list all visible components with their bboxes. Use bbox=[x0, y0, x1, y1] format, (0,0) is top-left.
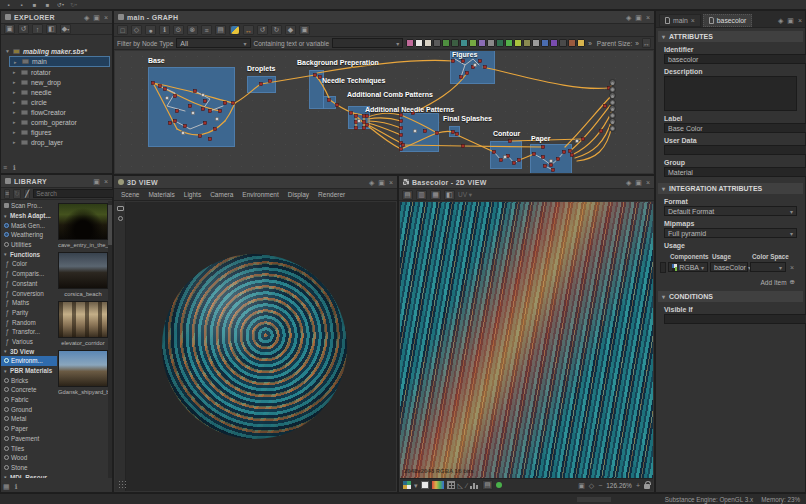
tree-item-comb-operator[interactable]: ▸ comb_operator bbox=[9, 117, 110, 127]
tools-icon[interactable]: ◆ bbox=[285, 25, 296, 35]
sync-icon[interactable]: ↺ bbox=[18, 24, 29, 34]
node-color-swatch[interactable] bbox=[415, 39, 423, 47]
node-color-swatch[interactable] bbox=[451, 39, 459, 47]
pan-icon[interactable]: ◇ bbox=[589, 482, 594, 489]
save-icon[interactable]: ▣ bbox=[4, 24, 15, 34]
node-color-swatch[interactable] bbox=[487, 39, 495, 47]
light-icon[interactable] bbox=[118, 216, 123, 221]
uv-mode-select[interactable]: UV ▾ bbox=[458, 191, 472, 199]
rotate-ccw-icon[interactable]: ↺ bbox=[257, 25, 268, 35]
node-color-swatch[interactable] bbox=[478, 39, 486, 47]
node-type-select[interactable]: All▾ bbox=[176, 38, 250, 48]
info-icon[interactable]: ℹ bbox=[159, 25, 170, 35]
node-color-swatch[interactable] bbox=[568, 39, 576, 47]
close-icon[interactable]: × bbox=[104, 178, 108, 185]
category-utilities[interactable]: Utilities bbox=[1, 240, 57, 250]
components-select[interactable]: RGBA▾ bbox=[668, 262, 708, 272]
gradient-icon[interactable] bbox=[432, 481, 444, 489]
transform-icon[interactable]: ↔ bbox=[243, 25, 254, 35]
category-environment[interactable]: Environm... bbox=[1, 356, 57, 366]
new-from-template-icon[interactable]: ▪ bbox=[17, 1, 26, 9]
category-paper[interactable]: Paper bbox=[1, 424, 57, 434]
output-node-badge[interactable] bbox=[609, 105, 616, 112]
tree-item-drop-layer[interactable]: ▸ drop_layer bbox=[9, 137, 110, 147]
section-conditions[interactable]: ▾ CONDITIONS bbox=[658, 291, 803, 302]
float-icon[interactable]: ▣ bbox=[787, 17, 794, 24]
tab-basecolor[interactable]: basecolor bbox=[703, 14, 752, 27]
output-node-badge[interactable] bbox=[609, 118, 616, 125]
tree-item-circle[interactable]: ▸ circle bbox=[9, 97, 110, 107]
sync-icon[interactable]: ↻ bbox=[13, 189, 21, 199]
asset-gdansk-shipyard[interactable]: Gdansk_shipyard_bui... bbox=[58, 350, 108, 395]
close-icon[interactable]: × bbox=[646, 179, 650, 186]
category-color[interactable]: ƒColor bbox=[1, 259, 57, 269]
asset-elevator-corridor[interactable]: elevator_corridor bbox=[58, 301, 108, 346]
category-mdl-resources[interactable]: ▾MDL Resour... bbox=[1, 472, 57, 478]
close-icon[interactable]: × bbox=[389, 179, 393, 186]
camera-icon[interactable] bbox=[117, 206, 124, 211]
tree-item-new-drop[interactable]: ▸ new_drop bbox=[9, 77, 110, 87]
node-color-swatch[interactable] bbox=[559, 39, 567, 47]
tree-package[interactable]: ▼ mabling maker.sbs* bbox=[1, 46, 110, 56]
edit-icon[interactable]: ◧ bbox=[46, 24, 57, 34]
category-bricks[interactable]: Bricks bbox=[1, 375, 57, 385]
category-maths[interactable]: ƒMaths bbox=[1, 298, 57, 308]
node-color-swatch[interactable] bbox=[514, 39, 522, 47]
node-color-swatch[interactable] bbox=[541, 39, 549, 47]
export-icon[interactable]: ↑ bbox=[32, 24, 43, 34]
category-pavement[interactable]: Pavement bbox=[1, 434, 57, 444]
category-functions[interactable]: ▾Functions bbox=[1, 249, 57, 259]
category-3d-view[interactable]: ▾3D View bbox=[1, 346, 57, 356]
pin-icon[interactable]: ◈ bbox=[626, 14, 631, 21]
export-image-icon[interactable]: ▤ bbox=[402, 190, 413, 200]
info-icon[interactable]: ℹ bbox=[13, 164, 16, 171]
pin-icon[interactable]: ◈ bbox=[626, 179, 631, 186]
menu-renderer[interactable]: Renderer bbox=[314, 191, 349, 198]
rotate-cw-icon[interactable]: ↻ bbox=[271, 25, 282, 35]
open-sample-icon[interactable]: ■ bbox=[43, 1, 52, 9]
mipmaps-select[interactable]: Full pyramid▾ bbox=[664, 228, 797, 238]
category-scan[interactable]: Scan Pro... bbox=[1, 201, 57, 211]
node-color-swatch[interactable] bbox=[433, 39, 441, 47]
background-color-icon[interactable] bbox=[421, 481, 429, 489]
category-comparison[interactable]: ƒComparis... bbox=[1, 269, 57, 279]
tree-item-needle[interactable]: ▸ needle bbox=[9, 87, 110, 97]
node-color-swatch[interactable] bbox=[496, 39, 504, 47]
add-item-button[interactable]: Add Item ⊕ bbox=[761, 278, 795, 286]
contains-input[interactable]: ▾ bbox=[332, 38, 403, 48]
menu-camera[interactable]: Camera bbox=[206, 191, 237, 198]
group-input[interactable] bbox=[664, 167, 806, 177]
menu-lights[interactable]: Lights bbox=[180, 191, 205, 198]
undo-icon[interactable]: ↺▾ bbox=[56, 1, 65, 9]
tree-item-figures[interactable]: ▸ figures bbox=[9, 127, 110, 137]
category-fabric[interactable]: Fabric bbox=[1, 395, 57, 405]
node-color-swatch[interactable] bbox=[469, 39, 477, 47]
output-node-badge[interactable] bbox=[609, 125, 616, 132]
unlink-icon[interactable]: ⊗ bbox=[187, 25, 198, 35]
asset-corsica-beach[interactable]: corsica_beach bbox=[58, 252, 108, 297]
close-icon[interactable]: × bbox=[646, 14, 650, 21]
category-weathering[interactable]: Weathering bbox=[1, 230, 57, 240]
visible-if-input[interactable] bbox=[664, 314, 806, 324]
grid-view-icon[interactable]: ▦ bbox=[3, 483, 10, 490]
parent-size-link-icon[interactable]: ↔ bbox=[642, 38, 651, 48]
node-color-swatch[interactable] bbox=[460, 39, 468, 47]
pin-icon[interactable]: ◈ bbox=[778, 17, 783, 24]
thumbnails-icon[interactable]: ▤ bbox=[215, 25, 226, 35]
view3d-viewport[interactable] bbox=[115, 202, 396, 491]
float-icon[interactable]: ▣ bbox=[635, 179, 642, 186]
library-scrollbar[interactable] bbox=[108, 201, 112, 478]
graph-canvas[interactable]: Base Droplets Background Preperation Nee… bbox=[115, 51, 653, 173]
description-input[interactable] bbox=[664, 76, 797, 111]
edit-icon[interactable]: ╱ bbox=[24, 189, 30, 199]
node-color-swatch[interactable] bbox=[442, 39, 450, 47]
lock-icon[interactable] bbox=[644, 484, 650, 489]
close-icon[interactable]: × bbox=[798, 17, 802, 24]
pin-icon[interactable]: ◈ bbox=[84, 14, 89, 21]
node-color-swatch[interactable] bbox=[424, 39, 432, 47]
category-various[interactable]: ƒVarious bbox=[1, 337, 57, 347]
identifier-input[interactable] bbox=[664, 54, 806, 64]
category-constant[interactable]: ƒConstant bbox=[1, 279, 57, 289]
channels-swatch-icon[interactable] bbox=[403, 481, 411, 489]
focus-frame-icon[interactable]: ▣ bbox=[299, 25, 310, 35]
